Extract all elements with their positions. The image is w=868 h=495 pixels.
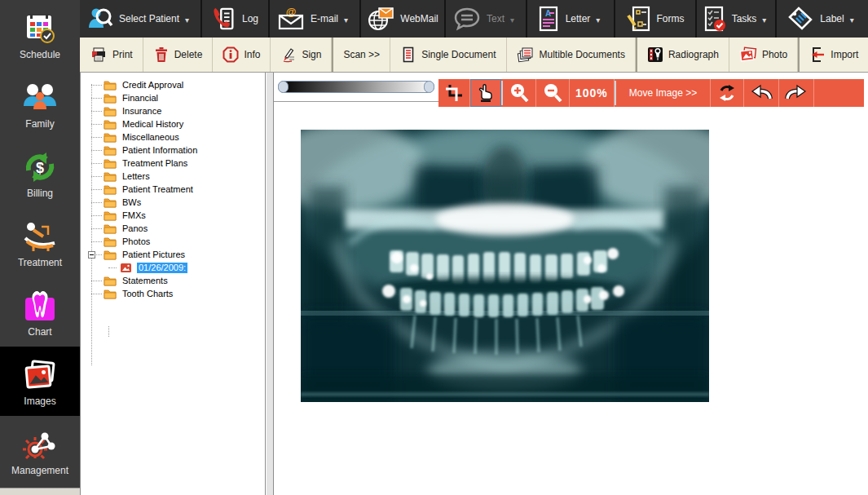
- sidebar-item-treatment[interactable]: Treatment: [0, 208, 80, 277]
- tree-item-letters[interactable]: Letters: [81, 170, 265, 183]
- sidebar-item-images[interactable]: Images: [0, 347, 80, 416]
- tree-item-miscellaneous[interactable]: Miscellaneous: [81, 130, 265, 144]
- primary-toolbar: Select Patient Log @: [80, 0, 868, 38]
- tree-item-label: Patient Treatment: [121, 184, 195, 195]
- print-button[interactable]: Print: [80, 38, 143, 72]
- tree-item-label: FMXs: [121, 210, 148, 221]
- delete-button[interactable]: Delete: [143, 38, 214, 72]
- sidebar-item-schedule[interactable]: Schedule: [0, 0, 80, 69]
- button-label: Radiograph: [668, 49, 719, 60]
- viewer-topbar: 100% Move Image >>: [274, 73, 866, 107]
- button-label: E-mail: [311, 13, 338, 24]
- brightness-slider-zone: [274, 73, 438, 102]
- dropdown-caret-icon[interactable]: [762, 11, 770, 26]
- single-document-button[interactable]: Single Document: [390, 38, 506, 72]
- dropdown-caret-icon[interactable]: [185, 11, 193, 26]
- radiograph-button[interactable]: Radiograph: [636, 38, 729, 72]
- move-image-label: Move Image >>: [629, 87, 697, 99]
- document-tree-panel: Credit Approval Financial Insurance Medi…: [80, 73, 266, 495]
- tasks-button[interactable]: Tasks: [697, 0, 777, 38]
- tree-item-label: Panos: [121, 223, 149, 234]
- tree-item-treatment-plans[interactable]: Treatment Plans: [81, 157, 265, 170]
- tree-item-statements[interactable]: Statements: [81, 274, 265, 287]
- button-label: WebMail: [400, 13, 438, 24]
- import-button[interactable]: Import: [798, 38, 868, 72]
- sidebar-item-billing[interactable]: $ Billing: [0, 139, 80, 208]
- forms-button[interactable]: Forms: [615, 0, 697, 38]
- letter-button[interactable]: A Letter: [527, 0, 615, 38]
- folder-icon: [104, 223, 117, 234]
- photo-icon: [739, 46, 757, 63]
- button-label: Info: [244, 49, 260, 60]
- slider-handle-left[interactable]: [278, 81, 289, 93]
- tree-item-patient-picture-date[interactable]: 01/26/2009:: [81, 261, 265, 274]
- brightness-contrast-slider[interactable]: [278, 80, 434, 94]
- folder-icon: [104, 80, 117, 91]
- dropdown-caret-icon[interactable]: [596, 11, 604, 26]
- import-icon: [809, 46, 826, 63]
- sidebar-item-chart[interactable]: Chart: [0, 277, 80, 347]
- rotate-button[interactable]: [711, 79, 744, 107]
- log-button[interactable]: Log: [202, 0, 270, 38]
- zoom-in-button[interactable]: [503, 79, 536, 107]
- sidebar-item-family[interactable]: Family: [0, 69, 80, 139]
- button-label: Photo: [762, 49, 787, 60]
- button-label: Text: [487, 13, 504, 24]
- button-label: Print: [112, 49, 133, 60]
- button-label: Label: [820, 13, 844, 24]
- sidebar-item-management[interactable]: Management: [0, 416, 80, 485]
- zoom-100-button[interactable]: 100%: [570, 79, 615, 107]
- dropdown-caret-icon[interactable]: [344, 11, 352, 26]
- sidebar-item-label: Billing: [27, 188, 53, 199]
- select-patient-button[interactable]: Select Patient: [80, 0, 202, 38]
- forms-icon: [627, 6, 651, 32]
- scan-button[interactable]: Scan >>: [332, 38, 390, 72]
- tree-item-photos[interactable]: Photos: [81, 235, 265, 248]
- move-image-button[interactable]: Move Image >>: [616, 79, 711, 107]
- info-button[interactable]: Info: [213, 38, 271, 72]
- email-button[interactable]: @ E-mail: [270, 0, 361, 38]
- dropdown-caret-icon: [510, 11, 518, 26]
- tree-item-credit-approval[interactable]: Credit Approval: [81, 78, 265, 91]
- tree-item-insurance[interactable]: Insurance: [81, 104, 265, 117]
- tree-item-fmxs[interactable]: FMXs: [81, 209, 265, 222]
- sidebar-item-label: Images: [24, 396, 55, 407]
- collapse-minus-icon[interactable]: [88, 251, 95, 259]
- sign-button[interactable]: Sign: [271, 38, 332, 72]
- photo-button[interactable]: Photo: [729, 38, 798, 72]
- slider-handle-right[interactable]: [424, 81, 434, 93]
- button-label: Select Patient: [119, 13, 179, 24]
- slider-track[interactable]: [278, 81, 434, 93]
- folder-icon: [104, 119, 117, 130]
- redo-arrow-button[interactable]: [779, 79, 814, 107]
- tree-item-patient-treatment[interactable]: Patient Treatment: [81, 183, 265, 196]
- button-label: Sign: [302, 49, 321, 60]
- back-arrow-icon: [750, 83, 773, 103]
- button-label: Forms: [657, 13, 685, 24]
- tree-item-bws[interactable]: BWs: [81, 196, 265, 209]
- panoramic-xray-image[interactable]: [301, 130, 709, 402]
- panel-splitter[interactable]: [267, 73, 273, 495]
- tree-item-medical-history[interactable]: Medical History: [81, 117, 265, 130]
- crop-tool-button[interactable]: [438, 79, 470, 107]
- hand-tool-button[interactable]: [470, 79, 501, 107]
- tree-item-label: BWs: [121, 197, 143, 208]
- multiple-documents-button[interactable]: Multible Documents: [507, 38, 636, 72]
- label-button[interactable]: Label: [777, 0, 868, 38]
- dropdown-caret-icon[interactable]: [850, 11, 858, 26]
- tree-item-patient-information[interactable]: Patient Information: [81, 144, 265, 157]
- family-icon: [21, 79, 59, 117]
- undo-arrow-button[interactable]: [744, 79, 779, 107]
- zoom-out-button[interactable]: [536, 79, 570, 107]
- hand-pointer-icon: [477, 83, 495, 103]
- tree-item-panos[interactable]: Panos: [81, 222, 265, 235]
- tree-item-tooth-charts[interactable]: Tooth Charts: [81, 287, 265, 300]
- webmail-button[interactable]: WebMail: [361, 0, 446, 38]
- select-patient-icon: [87, 6, 113, 32]
- tree-item-patient-pictures[interactable]: Patient Pictures: [81, 248, 265, 261]
- text-button[interactable]: Text: [446, 0, 527, 38]
- multiple-documents-icon: [517, 46, 535, 63]
- tree-child-guide-line: [108, 326, 109, 337]
- tree-item-financial[interactable]: Financial: [81, 91, 265, 104]
- folder-icon: [104, 210, 117, 221]
